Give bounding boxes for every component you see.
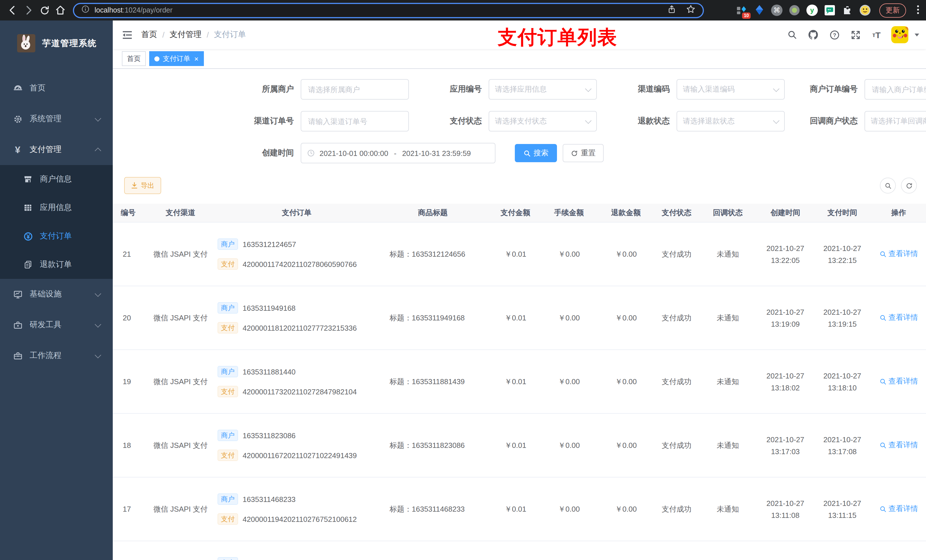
- refresh-icon: [570, 149, 578, 157]
- view-detail-link[interactable]: 查看详情: [879, 313, 918, 323]
- extension-kite-icon[interactable]: [754, 5, 765, 16]
- merchant-order-no: 1635311354796: [243, 558, 295, 560]
- col-create-time: 创建时间: [757, 208, 813, 218]
- reload-icon[interactable]: [36, 2, 52, 18]
- sidebar-item-dev-tools[interactable]: 研发工具: [0, 309, 113, 340]
- sidebar-item-payment[interactable]: ¥ 支付管理: [0, 134, 113, 165]
- breadcrumb-home[interactable]: 首页: [141, 30, 157, 40]
- extension-emoji-icon[interactable]: [859, 5, 871, 16]
- bookmark-star-icon[interactable]: [686, 4, 696, 17]
- extension-chat-icon[interactable]: [824, 5, 835, 16]
- filter-form: 所属商户 应用编号 请选择应用信息 渠道编码 请输入渠道编码 商户订单编号: [113, 69, 926, 163]
- yen-icon: ¥: [12, 145, 23, 155]
- chevron-down-icon: [95, 290, 101, 297]
- sidebar-item-label: 应用信息: [40, 202, 72, 213]
- font-size-icon[interactable]: тT: [870, 29, 883, 41]
- channel-code-select[interactable]: 请输入渠道编码: [676, 79, 785, 100]
- extension-badge: 10: [742, 12, 750, 19]
- export-button[interactable]: 导出: [124, 177, 161, 194]
- sidebar-item-label: 支付管理: [30, 145, 62, 155]
- sidebar-item-system[interactable]: 系统管理: [0, 104, 113, 134]
- cell-notify-status: 未通知: [698, 249, 757, 259]
- merchant-tag: 商户: [218, 302, 238, 314]
- search-icon[interactable]: [786, 29, 799, 41]
- merchant-tag: 商户: [218, 430, 238, 441]
- sidebar-item-home[interactable]: 首页: [0, 73, 113, 104]
- app-title: 芋道管理系统: [42, 38, 97, 49]
- sidebar-item-infrastructure[interactable]: 基础设施: [0, 279, 113, 309]
- browser-menu-icon[interactable]: [917, 5, 919, 16]
- logo-image: [17, 34, 35, 52]
- avatar[interactable]: [891, 26, 908, 43]
- search-button[interactable]: 搜索: [515, 144, 557, 162]
- filter-label: 支付状态: [420, 116, 489, 126]
- fullscreen-icon[interactable]: [849, 29, 862, 41]
- browser-bar: localhost:1024/pay/order 10 ⌘: [0, 0, 926, 21]
- merchant-order-no: 1635311468233: [243, 495, 295, 503]
- merchant-select-input[interactable]: [307, 85, 402, 94]
- view-detail-link[interactable]: 查看详情: [879, 504, 918, 514]
- tab-pay-order[interactable]: 支付订单 ×: [149, 51, 204, 66]
- collapse-sidebar-icon[interactable]: [121, 29, 133, 41]
- cell-refund: ￥0.00: [597, 313, 655, 323]
- app-select[interactable]: 请选择应用信息: [489, 79, 597, 100]
- view-detail-link[interactable]: 查看详情: [879, 249, 918, 259]
- avatar-caret-icon[interactable]: [915, 33, 919, 36]
- update-button[interactable]: 更新: [879, 3, 906, 17]
- refund-status-select[interactable]: 请选择退款状态: [676, 111, 785, 131]
- extension-y-icon[interactable]: y: [806, 5, 818, 16]
- cell-fee: ￥0.00: [541, 376, 597, 387]
- sidebar-item-workflow[interactable]: 工作流程: [0, 340, 113, 371]
- tab-home[interactable]: 首页: [122, 51, 146, 66]
- cell-pay-status: 支付成功: [655, 504, 698, 514]
- sidebar-item-merchant-info[interactable]: 商户信息: [0, 165, 113, 193]
- select-arrow-icon: [773, 85, 780, 92]
- create-time-range-picker[interactable]: 2021-10-01 00:00:00 - 2021-10-31 23:59:5…: [301, 143, 495, 163]
- help-icon[interactable]: ?: [828, 29, 841, 41]
- chevron-down-icon: [95, 321, 101, 328]
- view-detail-link[interactable]: 查看详情: [879, 376, 918, 387]
- extension-tiles-icon[interactable]: 10: [736, 5, 747, 16]
- url-bar[interactable]: localhost:1024/pay/order: [73, 3, 704, 18]
- channel-order-no-input[interactable]: [307, 116, 402, 126]
- filter-label: 回调商户状态: [790, 116, 864, 126]
- view-detail-link[interactable]: 查看详情: [879, 440, 918, 450]
- close-tab-icon[interactable]: ×: [194, 55, 198, 62]
- sidebar-item-refund-order[interactable]: 退款订单: [0, 251, 113, 279]
- cell-actions: 查看详情: [872, 504, 926, 515]
- extensions-cluster: 10 ⌘ y 更新: [712, 3, 921, 17]
- show-search-toggle-button[interactable]: [880, 178, 896, 193]
- breadcrumb-payment[interactable]: 支付管理: [170, 30, 201, 40]
- merchant-order-no-input[interactable]: [871, 85, 926, 94]
- screen: localhost:1024/pay/order 10 ⌘: [0, 0, 926, 560]
- sidebar-item-pay-order[interactable]: 支付订单: [0, 222, 113, 251]
- cell-pay-order: 商户 1635311354796 支付: [218, 556, 376, 560]
- back-icon[interactable]: [5, 2, 21, 18]
- cell-pay-status: 支付成功: [655, 440, 698, 450]
- table-body: 21 微信 JSAPI 支付 商户 1635312124657 支付 42000…: [113, 222, 926, 560]
- sidebar-item-label: 研发工具: [30, 320, 62, 330]
- monitor-icon: [12, 289, 23, 299]
- app-logo[interactable]: 芋道管理系统: [0, 21, 113, 66]
- extension-command-icon[interactable]: ⌘: [771, 5, 782, 16]
- url-path: :1024/pay/order: [123, 6, 172, 14]
- cell-title: 标题：1635311823086: [376, 440, 490, 450]
- site-info-icon[interactable]: [81, 5, 90, 16]
- magnifier-icon: [879, 442, 887, 449]
- extension-dot-icon[interactable]: [789, 5, 800, 16]
- reset-button[interactable]: 重置: [563, 144, 604, 162]
- sidebar-item-label: 系统管理: [30, 114, 62, 124]
- sidebar-item-label: 首页: [30, 83, 45, 93]
- notify-status-select[interactable]: 请选择订单回调商户状态: [864, 111, 926, 131]
- share-icon[interactable]: [667, 4, 676, 16]
- refresh-table-button[interactable]: [901, 178, 917, 193]
- home-icon[interactable]: [52, 2, 68, 18]
- extension-puzzle-icon[interactable]: [842, 5, 853, 16]
- pay-status-select[interactable]: 请选择支付状态: [489, 111, 597, 131]
- cell-create-time: 2021-10-2713:18:02: [757, 370, 813, 394]
- pay-order-no: 4200001174202110278060590766: [243, 260, 357, 268]
- pay-tag: 支付: [218, 322, 238, 334]
- github-icon[interactable]: [807, 29, 820, 41]
- forward-icon[interactable]: [21, 2, 36, 18]
- sidebar-item-app-info[interactable]: 应用信息: [0, 193, 113, 222]
